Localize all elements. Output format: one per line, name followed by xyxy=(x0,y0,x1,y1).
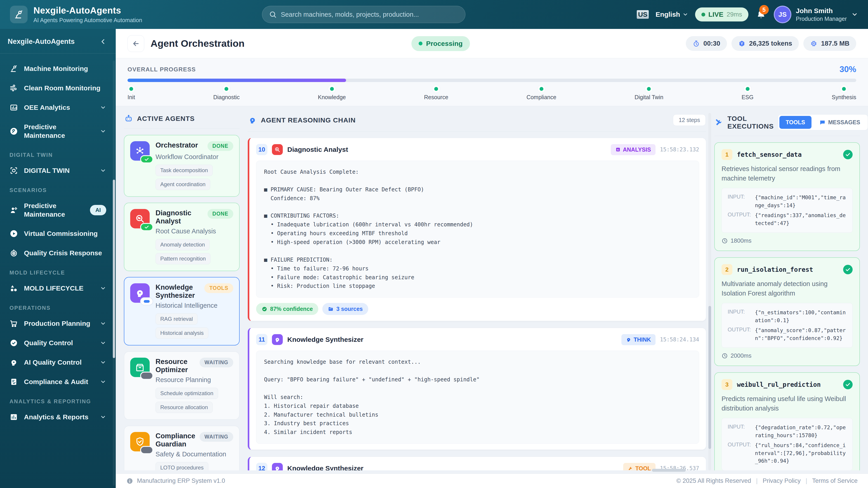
back-button[interactable] xyxy=(127,35,144,52)
sidebar-item-predictive-maintenance-ai[interactable]: Predictive Maintenance AI xyxy=(5,196,111,224)
stopwatch-icon xyxy=(692,40,700,47)
sidebar-item-clean-room-monitoring[interactable]: Clean Room Monitoring xyxy=(5,78,111,98)
app-identity: Nexgile-AutoAgents AI Agents Powering Au… xyxy=(33,5,142,24)
agent-card-diagnostic-analyst[interactable]: Diagnostic Analyst DONE Root Cause Analy… xyxy=(124,203,240,271)
progress-percent: 30% xyxy=(839,65,856,74)
sidebar-collapse-button[interactable] xyxy=(98,37,108,46)
agent-card-orchestrator[interactable]: Orchestrator DONE Workflow Coordinator T… xyxy=(124,135,240,197)
tool-number: 2 xyxy=(721,264,733,275)
search-input[interactable] xyxy=(281,11,458,18)
box-icon xyxy=(135,362,145,372)
tool-card-weibull-rul-prediction[interactable]: 3 weibull_rul_prediction Predicts remain… xyxy=(714,372,860,470)
tool-card-fetch-sensor-data[interactable]: 1 fetch_sensor_data Retrieves historical… xyxy=(714,142,860,251)
agent-status-badge: WAITING xyxy=(199,358,233,367)
language-selector[interactable]: English xyxy=(655,11,688,18)
reasoning-step: 10 Diagnostic Analyst ANALYSIS 15:58:23.… xyxy=(248,138,706,321)
folder-icon xyxy=(328,306,334,312)
reasoning-step: 11 Knowledge Synthesizer THINK 15:58:24.… xyxy=(248,328,706,450)
live-label: LIVE xyxy=(708,11,723,18)
chevron-down-icon xyxy=(100,285,106,291)
chevron-down-icon xyxy=(100,104,106,111)
doc-check-icon xyxy=(9,378,18,386)
cart-icon xyxy=(9,319,18,328)
sidebar-item-quality-crisis-response[interactable]: Quality Crisis Response xyxy=(5,243,111,263)
agent-status-badge: DONE xyxy=(208,141,233,151)
sidebar-item-oee-analytics[interactable]: OEE Analytics xyxy=(5,98,111,117)
sidebar-item-quality-control[interactable]: Quality Control xyxy=(5,333,111,353)
tool-name: fetch_sensor_data xyxy=(737,151,802,158)
sidebar: Nexgile-AutoAgents Machine Monitoring Cl… xyxy=(0,29,116,488)
sources-badge: 3 sources xyxy=(322,303,368,315)
progress-track xyxy=(127,78,856,82)
sidebar-item-analytics-reports[interactable]: Analytics & Reports xyxy=(5,408,111,427)
step-number: 12 xyxy=(256,463,268,470)
tool-executions-panel: TOOL EXECUTIONS TOOLS MESSAGES 1 fetch_s xyxy=(714,113,860,470)
notifications-button[interactable]: 5 xyxy=(755,8,767,20)
wrench-icon xyxy=(628,466,633,470)
agent-done-indicator xyxy=(140,155,153,163)
agent-tag: Task decomposition xyxy=(156,165,213,176)
tool-executions-list: 1 fetch_sensor_data Retrieves historical… xyxy=(714,142,860,470)
tool-input: {"machine_id":"M001","time_range_days":1… xyxy=(755,194,846,209)
progress-step-digital-twin: Digital Twin xyxy=(634,87,663,101)
reasoning-chain-panel: AGENT REASONING CHAIN 12 steps 10 Diagno… xyxy=(248,113,706,470)
tool-input: {"degradation_rate":0.72,"operating_hour… xyxy=(755,424,846,439)
app-logo xyxy=(10,6,28,23)
search-icon xyxy=(269,11,277,18)
tool-output: {"readings":337,"anomalies_detected":47} xyxy=(755,212,846,227)
sidebar-scrollbar[interactable] xyxy=(113,61,115,486)
step-content: Root Cause Analysis Complete: ■ PRIMARY … xyxy=(256,161,699,297)
tool-card-run-isolation-forest[interactable]: 2 run_isolation_forest Multivariate anom… xyxy=(714,257,860,366)
clock-icon xyxy=(721,238,728,244)
status-dot xyxy=(418,41,423,45)
tool-number: 1 xyxy=(721,149,733,160)
overall-progress: OVERALL PROGRESS 30% Init Diagnostic Kno… xyxy=(116,58,868,106)
agent-card-compliance-guardian[interactable]: Compliance Guardian WAITING Safety & Doc… xyxy=(124,426,240,470)
badge-check-icon xyxy=(9,339,18,347)
tab-tools[interactable]: TOOLS xyxy=(779,116,811,129)
info-icon xyxy=(126,477,133,485)
sidebar-item-predictive-maintenance[interactable]: Predictive Maintenance xyxy=(5,117,111,145)
tool-name: weibull_rul_prediction xyxy=(737,381,821,388)
sidebar-section-operations: OPERATIONS xyxy=(5,298,111,314)
user-menu[interactable]: JS John Smith Production Manager xyxy=(774,6,858,23)
head-gear-icon xyxy=(135,288,145,298)
sidebar-item-production-planning[interactable]: Production Planning xyxy=(5,314,111,333)
status-badge: Processing xyxy=(411,36,470,51)
tools-messages-toggle: TOOLS MESSAGES xyxy=(778,114,868,130)
sidebar-item-virtual-commissioning[interactable]: Virtual Commissioning xyxy=(5,224,111,243)
page-title: Agent Orchestration xyxy=(151,38,245,49)
sidebar-item-mold-lifecycle[interactable]: MOLD LIFECYCLE xyxy=(5,279,111,298)
agent-card-knowledge-synthesizer[interactable]: Knowledge Synthesizer TOOLS Historical I… xyxy=(124,277,240,346)
app-tagline: AI Agents Powering Automotive Automation xyxy=(33,17,142,24)
steps-count-badge: 12 steps xyxy=(673,114,706,126)
robot-arm-icon xyxy=(13,9,24,20)
avatar: JS xyxy=(774,6,792,23)
user-role: Production Manager xyxy=(796,15,847,22)
sidebar-item-machine-monitoring[interactable]: Machine Monitoring xyxy=(5,59,111,78)
reasoning-horizontal-scrollbar[interactable] xyxy=(652,469,686,472)
reasoning-chain-title: AGENT REASONING CHAIN xyxy=(261,116,355,124)
sidebar-item-compliance-audit[interactable]: Compliance & Audit xyxy=(5,372,111,392)
tab-messages[interactable]: MESSAGES xyxy=(813,116,867,129)
token-icon xyxy=(738,40,745,47)
agent-running-indicator xyxy=(140,297,153,305)
reasoning-scrollbar[interactable] xyxy=(708,113,711,470)
progress-step-resource: Resource xyxy=(424,87,448,101)
chevron-down-icon xyxy=(100,359,106,365)
robot-arm-icon xyxy=(9,64,18,73)
tool-description: Retrieves historical sensor readings fro… xyxy=(721,164,852,183)
agent-card-resource-optimizer[interactable]: Resource Optimizer WAITING Resource Plan… xyxy=(124,351,240,420)
footer: Manufacturing ERP System v1.0 © 2025 All… xyxy=(116,474,868,488)
check-seal-icon xyxy=(261,306,268,312)
sidebar-item-digital-twin[interactable]: DIGITAL TWIN xyxy=(5,161,111,180)
sidebar-section-scenarios: SCENARIOS xyxy=(5,180,111,196)
global-search[interactable] xyxy=(262,6,465,23)
memory-chip: 187.5 MB xyxy=(803,36,856,51)
chevron-down-icon xyxy=(851,11,858,18)
agent-status-badge: TOOLS xyxy=(204,283,233,293)
step-agent-name: Diagnostic Analyst xyxy=(287,146,348,153)
sidebar-item-ai-quality-control[interactable]: AI Quality Control xyxy=(5,353,111,372)
terms-of-service-link[interactable]: Terms of Service xyxy=(812,477,858,484)
privacy-policy-link[interactable]: Privacy Policy xyxy=(763,477,801,484)
